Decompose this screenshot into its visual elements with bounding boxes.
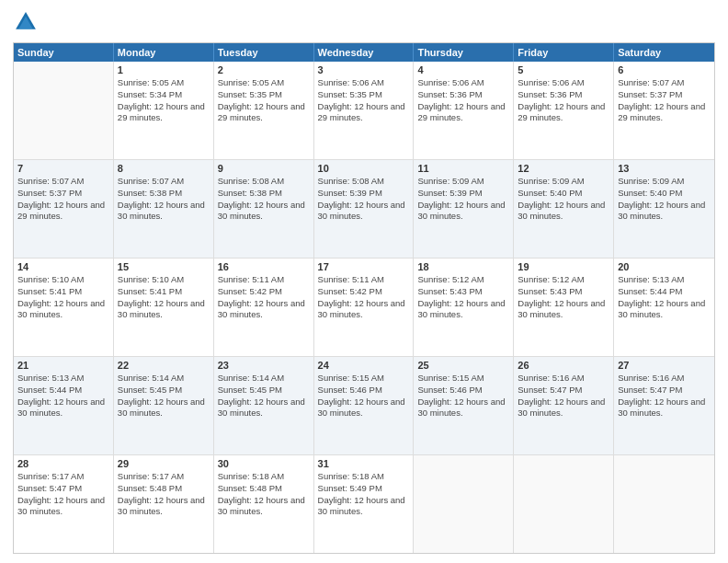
- day-number: 13: [618, 163, 711, 174]
- calendar-body: 1Sunrise: 5:05 AMSunset: 5:34 PMDaylight…: [14, 62, 714, 553]
- calendar-cell-empty-4: [414, 455, 514, 553]
- calendar-cell-4: 4Sunrise: 5:06 AMSunset: 5:36 PMDaylight…: [414, 62, 514, 159]
- day-info: Sunrise: 5:14 AMSunset: 5:45 PMDaylight:…: [118, 373, 210, 419]
- day-number: 26: [518, 360, 609, 371]
- calendar-cell-6: 6Sunrise: 5:07 AMSunset: 5:37 PMDaylight…: [614, 62, 714, 159]
- calendar-cell-19: 19Sunrise: 5:12 AMSunset: 5:43 PMDayligh…: [514, 259, 614, 356]
- day-info: Sunrise: 5:05 AMSunset: 5:35 PMDaylight:…: [218, 77, 310, 124]
- day-number: 11: [417, 163, 509, 174]
- day-number: 23: [218, 360, 310, 371]
- day-info: Sunrise: 5:10 AMSunset: 5:41 PMDaylight:…: [17, 274, 109, 321]
- day-number: 4: [417, 64, 509, 75]
- day-number: 30: [218, 458, 310, 469]
- calendar-cell-25: 25Sunrise: 5:15 AMSunset: 5:46 PMDayligh…: [414, 357, 514, 454]
- day-number: 1: [118, 64, 210, 75]
- day-info: Sunrise: 5:06 AMSunset: 5:36 PMDaylight:…: [417, 77, 509, 124]
- day-info: Sunrise: 5:14 AMSunset: 5:45 PMDaylight:…: [218, 373, 310, 419]
- calendar-header-row: SundayMondayTuesdayWednesdayThursdayFrid…: [14, 43, 714, 62]
- day-info: Sunrise: 5:08 AMSunset: 5:39 PMDaylight:…: [318, 176, 410, 223]
- day-info: Sunrise: 5:08 AMSunset: 5:38 PMDaylight:…: [218, 176, 310, 223]
- calendar-cell-29: 29Sunrise: 5:17 AMSunset: 5:48 PMDayligh…: [114, 455, 214, 553]
- day-number: 31: [318, 458, 410, 469]
- day-info: Sunrise: 5:11 AMSunset: 5:42 PMDaylight:…: [318, 274, 410, 321]
- day-number: 27: [618, 360, 711, 371]
- calendar-cell-24: 24Sunrise: 5:15 AMSunset: 5:46 PMDayligh…: [314, 357, 415, 454]
- day-number: 10: [318, 163, 410, 174]
- day-number: 17: [318, 261, 410, 272]
- day-info: Sunrise: 5:12 AMSunset: 5:43 PMDaylight:…: [417, 274, 509, 321]
- day-info: Sunrise: 5:13 AMSunset: 5:44 PMDaylight:…: [618, 274, 711, 321]
- calendar-cell-18: 18Sunrise: 5:12 AMSunset: 5:43 PMDayligh…: [414, 259, 514, 356]
- day-info: Sunrise: 5:18 AMSunset: 5:48 PMDaylight:…: [218, 471, 310, 518]
- day-number: 3: [318, 64, 410, 75]
- calendar-cell-12: 12Sunrise: 5:09 AMSunset: 5:40 PMDayligh…: [514, 160, 614, 258]
- calendar-cell-21: 21Sunrise: 5:13 AMSunset: 5:44 PMDayligh…: [14, 357, 114, 454]
- calendar: SundayMondayTuesdayWednesdayThursdayFrid…: [13, 42, 715, 554]
- day-info: Sunrise: 5:18 AMSunset: 5:49 PMDaylight:…: [318, 471, 410, 518]
- calendar-week-1: 1Sunrise: 5:05 AMSunset: 5:34 PMDaylight…: [14, 62, 714, 160]
- day-number: 19: [518, 261, 609, 272]
- calendar-cell-empty-5: [514, 455, 614, 553]
- calendar-cell-26: 26Sunrise: 5:16 AMSunset: 5:47 PMDayligh…: [514, 357, 614, 454]
- day-info: Sunrise: 5:17 AMSunset: 5:48 PMDaylight:…: [118, 471, 210, 518]
- day-info: Sunrise: 5:07 AMSunset: 5:38 PMDaylight:…: [118, 176, 210, 223]
- calendar-cell-30: 30Sunrise: 5:18 AMSunset: 5:48 PMDayligh…: [214, 455, 314, 553]
- day-info: Sunrise: 5:10 AMSunset: 5:41 PMDaylight:…: [118, 274, 210, 321]
- day-number: 29: [118, 458, 210, 469]
- day-number: 8: [118, 163, 210, 174]
- day-number: 9: [218, 163, 310, 174]
- calendar-header-tuesday: Tuesday: [214, 43, 314, 62]
- day-number: 18: [417, 261, 509, 272]
- calendar-week-2: 7Sunrise: 5:07 AMSunset: 5:37 PMDaylight…: [14, 160, 714, 259]
- calendar-cell-22: 22Sunrise: 5:14 AMSunset: 5:45 PMDayligh…: [114, 357, 214, 454]
- day-number: 6: [618, 64, 711, 75]
- day-number: 2: [218, 64, 310, 75]
- calendar-cell-15: 15Sunrise: 5:10 AMSunset: 5:41 PMDayligh…: [114, 259, 214, 356]
- calendar-cell-2: 2Sunrise: 5:05 AMSunset: 5:35 PMDaylight…: [214, 62, 314, 159]
- day-info: Sunrise: 5:09 AMSunset: 5:40 PMDaylight:…: [618, 176, 711, 223]
- calendar-cell-3: 3Sunrise: 5:06 AMSunset: 5:35 PMDaylight…: [314, 62, 415, 159]
- day-info: Sunrise: 5:09 AMSunset: 5:40 PMDaylight:…: [518, 176, 609, 223]
- calendar-header-saturday: Saturday: [614, 43, 714, 62]
- day-info: Sunrise: 5:07 AMSunset: 5:37 PMDaylight:…: [17, 176, 109, 223]
- calendar-cell-23: 23Sunrise: 5:14 AMSunset: 5:45 PMDayligh…: [214, 357, 314, 454]
- day-number: 7: [17, 163, 109, 174]
- calendar-cell-9: 9Sunrise: 5:08 AMSunset: 5:38 PMDaylight…: [214, 160, 314, 258]
- logo-icon: [13, 9, 39, 35]
- day-info: Sunrise: 5:12 AMSunset: 5:43 PMDaylight:…: [518, 274, 609, 321]
- day-number: 5: [518, 64, 609, 75]
- day-number: 12: [518, 163, 609, 174]
- day-number: 14: [17, 261, 109, 272]
- calendar-cell-16: 16Sunrise: 5:11 AMSunset: 5:42 PMDayligh…: [214, 259, 314, 356]
- day-info: Sunrise: 5:09 AMSunset: 5:39 PMDaylight:…: [417, 176, 509, 223]
- calendar-cell-14: 14Sunrise: 5:10 AMSunset: 5:41 PMDayligh…: [14, 259, 114, 356]
- calendar-cell-7: 7Sunrise: 5:07 AMSunset: 5:37 PMDaylight…: [14, 160, 114, 258]
- day-info: Sunrise: 5:16 AMSunset: 5:47 PMDaylight:…: [518, 373, 609, 419]
- calendar-header-thursday: Thursday: [414, 43, 514, 62]
- day-info: Sunrise: 5:06 AMSunset: 5:35 PMDaylight:…: [318, 77, 410, 124]
- logo: [13, 9, 42, 35]
- day-info: Sunrise: 5:05 AMSunset: 5:34 PMDaylight:…: [118, 77, 210, 124]
- day-number: 25: [417, 360, 509, 371]
- day-number: 15: [118, 261, 210, 272]
- calendar-header-wednesday: Wednesday: [314, 43, 415, 62]
- header: [13, 9, 715, 35]
- page: SundayMondayTuesdayWednesdayThursdayFrid…: [0, 0, 728, 563]
- day-info: Sunrise: 5:07 AMSunset: 5:37 PMDaylight:…: [618, 77, 711, 124]
- calendar-cell-31: 31Sunrise: 5:18 AMSunset: 5:49 PMDayligh…: [314, 455, 415, 553]
- calendar-cell-empty-0: [14, 62, 114, 159]
- day-info: Sunrise: 5:16 AMSunset: 5:47 PMDaylight:…: [618, 373, 711, 419]
- calendar-cell-5: 5Sunrise: 5:06 AMSunset: 5:36 PMDaylight…: [514, 62, 614, 159]
- calendar-header-monday: Monday: [114, 43, 214, 62]
- calendar-header-sunday: Sunday: [14, 43, 114, 62]
- calendar-cell-1: 1Sunrise: 5:05 AMSunset: 5:34 PMDaylight…: [114, 62, 214, 159]
- calendar-cell-11: 11Sunrise: 5:09 AMSunset: 5:39 PMDayligh…: [414, 160, 514, 258]
- day-number: 28: [17, 458, 109, 469]
- day-info: Sunrise: 5:17 AMSunset: 5:47 PMDaylight:…: [17, 471, 109, 518]
- calendar-cell-28: 28Sunrise: 5:17 AMSunset: 5:47 PMDayligh…: [14, 455, 114, 553]
- calendar-week-5: 28Sunrise: 5:17 AMSunset: 5:47 PMDayligh…: [14, 455, 714, 553]
- calendar-cell-27: 27Sunrise: 5:16 AMSunset: 5:47 PMDayligh…: [614, 357, 714, 454]
- day-number: 20: [618, 261, 711, 272]
- calendar-cell-13: 13Sunrise: 5:09 AMSunset: 5:40 PMDayligh…: [614, 160, 714, 258]
- calendar-week-4: 21Sunrise: 5:13 AMSunset: 5:44 PMDayligh…: [14, 357, 714, 455]
